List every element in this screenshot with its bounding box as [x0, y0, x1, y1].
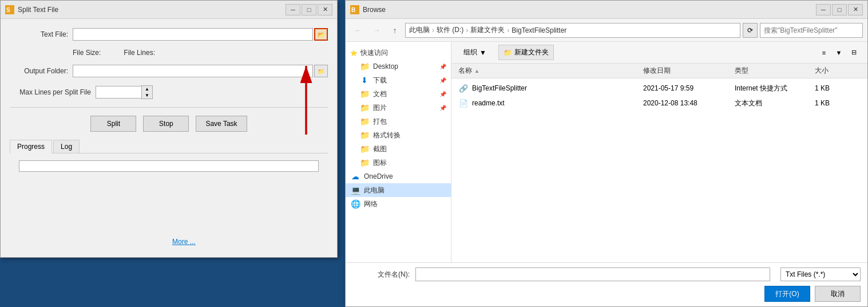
view-details-button[interactable]: ≡ [817, 46, 831, 60]
forward-button[interactable]: → [368, 23, 385, 38]
file-size-label: File Size: [73, 49, 101, 57]
file-item-bigtextfilesplitter[interactable]: 🔗 BigTextFileSplitter 2021-05-17 9:59 In… [451, 81, 867, 96]
folder-icon: 📁 [318, 68, 324, 74]
file-list-header: 名称 ▲ 修改日期 类型 大小 [451, 64, 867, 78]
browse-content: 组织 ▼ 📁 新建文件夹 ≡ ▼ ⊟ 名称 ▲ [451, 42, 867, 262]
breadcrumb-folder: 新建文件夹 [470, 25, 505, 35]
browse-titlebar-controls: ─ □ ✕ [816, 4, 863, 15]
sidebar-item-convert[interactable]: 📁 格式转换 [346, 128, 451, 142]
browse-toolbar: ← → ↑ 此电脑 › 软件 (D:) › 新建文件夹 › BigTextFil… [346, 19, 867, 42]
split-text-file-window: S Split Text File ─ □ ✕ Text File: 📂 Fi [0, 0, 338, 258]
sidebar-item-documents[interactable]: 📁 文档 📌 [346, 87, 451, 101]
view-expand-button[interactable]: ▼ [832, 46, 846, 60]
tab-progress[interactable]: Progress [10, 140, 52, 154]
maximize-button[interactable]: □ [302, 4, 316, 15]
sidebar-item-downloads[interactable]: ⬇ 下载 📌 [346, 73, 451, 87]
download-icon: ⬇ [359, 75, 370, 85]
svg-text:B: B [351, 7, 355, 13]
network-icon: 🌐 [350, 199, 360, 209]
browse-action-row: 打开(O) 取消 [352, 286, 861, 302]
col-header-type[interactable]: 类型 [735, 66, 815, 76]
more-link[interactable]: More ... [172, 238, 196, 246]
breadcrumb-drive: 软件 (D:) [437, 25, 463, 35]
new-folder-button[interactable]: 📁 新建文件夹 [498, 45, 554, 60]
text-file-input-wrap: 📂 [73, 28, 328, 41]
browse-minimize-button[interactable]: ─ [816, 4, 831, 15]
col-header-modified[interactable]: 修改日期 [643, 66, 735, 76]
filename-input[interactable] [415, 267, 770, 281]
browse-bottom: 文件名(N): Txt Files (*.*) 打开(O) 取消 [346, 262, 867, 306]
save-task-button[interactable]: Save Task [196, 116, 247, 132]
organize-button[interactable]: 组织 ▼ [458, 45, 492, 60]
file-list: 🔗 BigTextFileSplitter 2021-05-17 9:59 In… [451, 78, 867, 113]
refresh-button[interactable]: ⟳ [743, 23, 758, 38]
spin-up-button[interactable]: ▲ [142, 86, 152, 92]
folder-icon-convert: 📁 [359, 130, 370, 140]
sidebar-label-pack: 打包 [373, 117, 387, 127]
file-name-1: BigTextFileSplitter [472, 84, 527, 92]
sidebar-item-network[interactable]: 🌐 网络 [346, 197, 451, 211]
max-lines-input[interactable]: 10000 [96, 86, 141, 99]
up-button[interactable]: ↑ [387, 23, 403, 38]
browse-app-icon: B [350, 5, 359, 14]
titlebar-controls: ─ □ ✕ [286, 4, 332, 15]
sidebar-label-screenshot: 截图 [373, 144, 387, 154]
file-size-1: 1 KB [815, 84, 861, 92]
split-window-titlebar: S Split Text File ─ □ ✕ [1, 1, 337, 19]
folder-new-icon: 📁 [504, 49, 512, 57]
sidebar-item-pictures[interactable]: 📁 图片 📌 [346, 101, 451, 115]
back-button[interactable]: ← [350, 23, 366, 38]
text-file-browse-button[interactable]: 📂 [314, 28, 328, 41]
close-button[interactable]: ✕ [318, 4, 332, 15]
sidebar-item-pack[interactable]: 📁 打包 [346, 115, 451, 128]
filename-label: 文件名(N): [352, 270, 410, 280]
search-input[interactable] [760, 23, 863, 38]
sidebar-item-desktop[interactable]: 📁 Desktop 📌 [346, 60, 451, 73]
file-name-cell-2: 📄 readme.txt [458, 98, 643, 108]
split-window-title: Split Text File [18, 6, 58, 14]
col-header-name[interactable]: 名称 ▲ [458, 66, 643, 76]
file-name-cell-1: 🔗 BigTextFileSplitter [458, 83, 643, 93]
view-buttons: ≡ ▼ ⊟ [817, 46, 861, 60]
folder-icon-documents: 📁 [359, 89, 370, 99]
quick-access-label: 快速访问 [360, 48, 388, 58]
text-file-label: Text File: [10, 30, 73, 38]
output-folder-input[interactable] [73, 65, 313, 77]
sidebar-item-onedrive[interactable]: ☁ OneDrive [346, 170, 451, 183]
file-type-1: Internet 快捷方式 [735, 84, 815, 93]
sidebar-item-this-pc[interactable]: 💻 此电脑 [346, 183, 451, 197]
split-button[interactable]: Split [90, 116, 136, 132]
col-header-size[interactable]: 大小 [815, 66, 861, 76]
text-file-input[interactable] [73, 28, 313, 41]
browse-titlebar-left: B Browse [350, 5, 386, 14]
stop-button[interactable]: Stop [143, 116, 189, 132]
file-item-readme[interactable]: 📄 readme.txt 2020-12-08 13:48 文本文档 1 KB [451, 96, 867, 111]
onedrive-icon: ☁ [350, 171, 360, 182]
folder-open-icon: 📂 [318, 32, 324, 38]
output-folder-row: Output Folder: 📁 [10, 65, 328, 77]
minimize-button[interactable]: ─ [286, 4, 300, 15]
file-modified-2: 2020-12-08 13:48 [643, 99, 735, 107]
spinbox-arrows: ▲ ▼ [141, 85, 153, 99]
browse-main: ⭐ 快速访问 📁 Desktop 📌 ⬇ 下载 📌 📁 文档 📌 📁 图片 [346, 42, 867, 262]
browse-cancel-button[interactable]: 取消 [815, 286, 861, 302]
sidebar-label-pictures: 图片 [373, 103, 387, 113]
open-button[interactable]: 打开(O) [764, 286, 810, 302]
view-pane-button[interactable]: ⊟ [847, 46, 861, 60]
folder-icon-pictures: 📁 [359, 103, 370, 113]
pin-icon-downloads: 📌 [439, 77, 446, 84]
content-toolbar: 组织 ▼ 📁 新建文件夹 ≡ ▼ ⊟ [451, 42, 867, 64]
sidebar-label-onedrive: OneDrive [364, 172, 393, 180]
sidebar-item-screenshot[interactable]: 📁 截图 [346, 142, 451, 156]
file-name-2: readme.txt [472, 99, 505, 107]
breadcrumb-bar: 此电脑 › 软件 (D:) › 新建文件夹 › BigTextFileSplit… [405, 23, 740, 38]
folder-icon-desktop: 📁 [359, 61, 370, 72]
tab-log[interactable]: Log [53, 140, 80, 153]
filetype-select[interactable]: Txt Files (*.*) [780, 267, 861, 281]
output-folder-browse-button[interactable]: 📁 [314, 65, 328, 77]
browse-maximize-button[interactable]: □ [832, 4, 847, 15]
browse-close-button[interactable]: ✕ [848, 4, 863, 15]
spin-down-button[interactable]: ▼ [142, 92, 152, 99]
sidebar-item-icons[interactable]: 📁 图标 [346, 156, 451, 170]
sidebar-label-downloads: 下载 [373, 76, 387, 85]
